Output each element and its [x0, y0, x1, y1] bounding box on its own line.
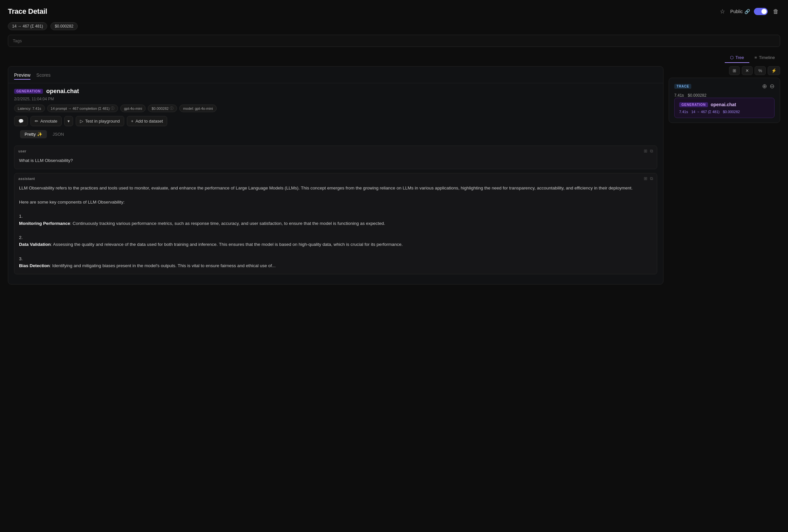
markdown-icon[interactable]: ⊞ [644, 149, 647, 154]
tree-icon: ⬡ [730, 55, 734, 60]
tokens-detail-chip: 14 prompt → 467 completion (Σ 481) ⓘ [47, 104, 118, 112]
tab-scores[interactable]: Scores [36, 71, 51, 80]
percent-icon: % [758, 68, 762, 73]
tab-json[interactable]: JSON [48, 130, 69, 138]
trash-icon: 🗑 [773, 8, 779, 15]
page-title: Trace Detail [8, 7, 47, 16]
gen-card-header: GENERATION openai.chat [679, 102, 770, 107]
model-detail-chip: model: gpt-4o-mini [179, 104, 216, 112]
header-actions: ☆ Public 🔗 🗑 [718, 6, 780, 16]
gen-card-badge: GENERATION [679, 102, 708, 107]
gen-card-model: openai.chat [711, 102, 736, 107]
generation-chips: Latency: 7.41s 14 prompt → 467 completio… [14, 104, 657, 112]
comment-icon: 💬 [18, 119, 24, 123]
trace-meta: 7.41s $0.000282 [674, 93, 774, 98]
expand-button[interactable]: ⊞ [729, 66, 740, 75]
model-chip: gpt-4o-mini [120, 104, 145, 112]
assistant-message-icons: ⊞ ⧉ [644, 176, 653, 181]
tokens-chip: 14 → 467 (Σ 481) [8, 22, 47, 30]
close-icon: ✕ [745, 68, 749, 73]
public-text: Public [730, 9, 743, 14]
generation-date: 2/2/2025, 11:04:04 PM [14, 97, 657, 101]
trace-add-button[interactable]: ⊕ [762, 83, 767, 90]
percent-button[interactable]: % [754, 66, 766, 75]
info-icon: ⓘ [111, 106, 114, 111]
plus-icon: + [131, 119, 134, 123]
copy-icon-2[interactable]: ⧉ [650, 176, 653, 181]
cost-chip: $0.000282 [51, 22, 78, 30]
link-icon: 🔗 [744, 9, 750, 14]
preview-scores-tabs: Preview Scores [14, 71, 56, 80]
cost-detail-chip: $0.000282 ⓘ [148, 104, 177, 112]
gen-card-tokens: 14 → 467 (Σ 481) [691, 110, 720, 114]
gen-card-latency: 7.41s [679, 110, 688, 114]
chevron-down-icon: ▾ [67, 119, 70, 123]
page-header: Trace Detail ☆ Public 🔗 🗑 [8, 6, 780, 16]
star-button[interactable]: ☆ [718, 6, 726, 16]
filter-button[interactable]: ⚡ [768, 66, 780, 75]
trace-cost: $0.000282 [688, 93, 706, 98]
meta-row: 14 → 467 (Σ 481) $0.000282 [8, 22, 780, 30]
panel-header: Preview Scores [8, 66, 663, 83]
right-toolbar: ⊞ ✕ % ⚡ [669, 66, 780, 75]
action-row: 💬 ✏ Annotate ▾ ▷ Test in playground + Ad… [14, 116, 657, 126]
star-icon: ☆ [720, 8, 725, 15]
trace-latency: 7.41s [674, 93, 684, 98]
public-toggle[interactable] [754, 8, 768, 15]
trash-button[interactable]: 🗑 [772, 7, 780, 16]
gen-title-row: GENERATION openai.chat [14, 88, 657, 95]
expand-icon: ⊞ [733, 68, 736, 73]
tab-preview[interactable]: Preview [14, 71, 31, 80]
cost-info-icon: ⓘ [170, 106, 173, 111]
annotate-dropdown-button[interactable]: ▾ [64, 116, 73, 126]
tags-row: Tags [8, 35, 780, 47]
assistant-message-content: LLM Observability refers to the practice… [15, 183, 657, 274]
tab-timeline[interactable]: ≡ Timeline [749, 53, 780, 63]
assistant-message-block: assistant ⊞ ⧉ LLM Observability refers t… [14, 173, 657, 274]
play-icon: ▷ [80, 119, 83, 123]
gen-card-meta: 7.41s 14 → 467 (Σ 481) $0.000282 [679, 110, 770, 114]
latency-chip: Latency: 7.41s [14, 104, 45, 112]
annotate-button[interactable]: ✏ Annotate [31, 116, 62, 126]
close-button[interactable]: ✕ [742, 66, 753, 75]
comment-button[interactable]: 💬 [14, 116, 28, 126]
copy-icon[interactable]: ⧉ [650, 149, 653, 154]
add-to-dataset-button[interactable]: + Add to dataset [127, 116, 167, 126]
right-panel: ⊞ ✕ % ⚡ TRACE ⊕ ⊖ 7.41s $0.0 [669, 66, 780, 127]
generation-card[interactable]: GENERATION openai.chat 7.41s 14 → 467 (Σ… [674, 98, 774, 118]
user-message-content: What is LLM Observability? [15, 156, 657, 169]
trace-card: TRACE ⊕ ⊖ 7.41s $0.000282 GENERATION ope… [669, 78, 780, 123]
view-tabs: ⬡ Tree ≡ Timeline [8, 53, 780, 63]
public-label: Public 🔗 [730, 9, 750, 14]
generation-header: GENERATION openai.chat 2/2/2025, 11:04:0… [8, 83, 663, 145]
tags-label: Tags [13, 38, 22, 43]
generation-badge: GENERATION [14, 89, 43, 94]
assistant-role-label: assistant [18, 177, 35, 181]
markdown-icon-2[interactable]: ⊞ [644, 176, 647, 181]
messages-area: user ⊞ ⧉ What is LLM Observability? assi… [8, 145, 663, 284]
user-message-icons: ⊞ ⧉ [644, 149, 653, 154]
user-role-row: user ⊞ ⧉ [15, 146, 657, 156]
user-message-block: user ⊞ ⧉ What is LLM Observability? [14, 145, 657, 169]
main-layout: Preview Scores GENERATION openai.chat 2/… [8, 66, 780, 284]
edit-icon: ✏ [35, 119, 38, 123]
pretty-json-tabs: Pretty ✨ JSON [14, 130, 657, 142]
filter-icon: ⚡ [771, 68, 776, 73]
trace-badge: TRACE [674, 84, 691, 89]
user-role-label: user [18, 149, 26, 153]
trace-remove-button[interactable]: ⊖ [770, 83, 774, 90]
left-panel: Preview Scores GENERATION openai.chat 2/… [8, 66, 664, 284]
tab-pretty[interactable]: Pretty ✨ [20, 130, 47, 138]
gen-card-cost: $0.000282 [723, 110, 740, 114]
assistant-role-row: assistant ⊞ ⧉ [15, 173, 657, 183]
timeline-icon: ≡ [754, 55, 757, 60]
test-in-playground-button[interactable]: ▷ Test in playground [76, 116, 124, 126]
tab-tree[interactable]: ⬡ Tree [725, 53, 749, 63]
generation-model-name: openai.chat [46, 88, 79, 95]
trace-header-row: TRACE ⊕ ⊖ [674, 83, 774, 90]
